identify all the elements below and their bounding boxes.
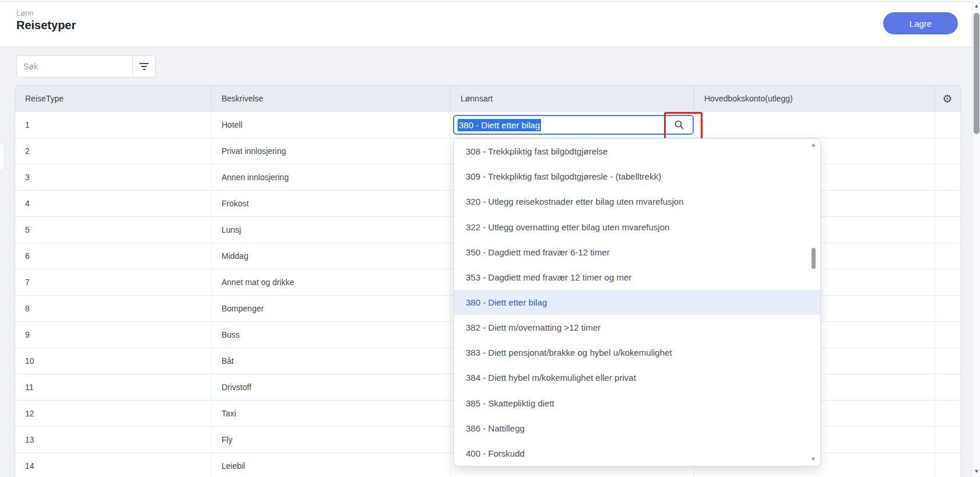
cell-reisetype: 2 xyxy=(15,138,212,164)
lonnsart-input[interactable]: 380 - Diett etter bilag xyxy=(454,116,665,134)
dropdown-item[interactable]: 380 - Diett etter bilag xyxy=(454,290,820,315)
save-button[interactable]: Lagre xyxy=(883,12,958,34)
cell-actions xyxy=(935,112,960,138)
dropdown-item[interactable]: 386 - Nattillegg xyxy=(454,416,820,441)
lonnsart-search-button[interactable] xyxy=(665,116,693,134)
filter-icon xyxy=(139,63,149,70)
cell-beskrivelse: Hotell xyxy=(212,112,451,138)
dropdown-item[interactable]: 309 - Trekkpliktig fast bilgodtgjøresle … xyxy=(454,164,820,189)
cell-reisetype: 13 xyxy=(15,427,212,453)
dropdown-scroll-down-icon[interactable]: ▼ xyxy=(809,456,817,462)
lonnsart-dropdown: 308 - Trekkpliktig fast bilgodtgjørelse3… xyxy=(454,138,821,467)
dropdown-scroll-up-icon[interactable]: ▲ xyxy=(809,142,817,148)
dropdown-item[interactable]: 308 - Trekkpliktig fast bilgodtgjørelse xyxy=(454,139,820,164)
page-scrollbar-thumb[interactable] xyxy=(974,13,979,134)
dropdown-item[interactable]: 384 - Diett hybel m/kokemulighet eller p… xyxy=(454,365,820,390)
table-header-cell: ReiseType xyxy=(15,86,212,111)
page-scrollbar: ▲ ▼ xyxy=(972,0,980,477)
search-input[interactable]: Søk xyxy=(17,56,132,77)
cell-actions xyxy=(935,164,960,190)
dropdown-item[interactable]: 320 - Utlegg reisekostnader etter bilag … xyxy=(454,189,820,214)
cell-beskrivelse: Frokost xyxy=(212,191,451,216)
cell-reisetype: 7 xyxy=(15,269,212,295)
cell-actions xyxy=(935,191,960,216)
cell-actions xyxy=(935,401,960,426)
dropdown-item[interactable]: 350 - Dagdiett med fravær 6-12 timer xyxy=(454,240,820,265)
page: Lønn Reisetyper Lagre Søk ReiseTypeBeskr… xyxy=(0,0,980,477)
left-edge-tab[interactable] xyxy=(0,143,5,170)
cell-reisetype: 14 xyxy=(15,453,212,477)
lonnsart-input-selected-text: 380 - Diett etter bilag xyxy=(458,119,541,131)
cell-beskrivelse: Fly xyxy=(212,427,451,453)
cell-actions xyxy=(935,427,960,453)
cell-beskrivelse: Leiebil xyxy=(212,453,451,477)
gear-icon: ⚙ xyxy=(942,93,952,104)
filter-button[interactable] xyxy=(132,56,155,77)
cell-beskrivelse: Privat innlosjering xyxy=(212,138,451,164)
cell-reisetype: 4 xyxy=(15,191,212,216)
cell-reisetype: 5 xyxy=(15,217,212,243)
dropdown-item[interactable]: 382 - Diett m/overnatting >12 timer xyxy=(454,315,820,340)
cell-actions xyxy=(935,243,960,269)
cell-beskrivelse: Taxi xyxy=(212,401,451,426)
cell-hovedbokskonto[interactable] xyxy=(694,112,935,138)
dropdown-item[interactable]: 322 - Utlegg overnatting etter bilag ute… xyxy=(454,214,820,239)
table-header-cell: Hovedbokskonto(utlegg) xyxy=(694,86,935,111)
cell-actions xyxy=(935,296,960,321)
dropdown-scrollbar: ▲ ▼ xyxy=(809,141,817,463)
search-icon xyxy=(674,120,684,130)
lonnsart-combo: 380 - Diett etter bilag xyxy=(453,115,694,135)
cell-reisetype: 10 xyxy=(15,348,212,374)
cell-beskrivelse: Båt xyxy=(212,348,451,374)
table-header-cell: Lønnsart xyxy=(451,86,694,111)
search-box: Søk xyxy=(16,55,156,78)
cell-reisetype: 1 xyxy=(15,112,212,138)
cell-actions xyxy=(935,269,960,295)
dropdown-item[interactable]: 400 - Forskudd xyxy=(454,441,820,466)
cell-actions xyxy=(935,374,960,400)
cell-actions xyxy=(935,138,960,164)
cell-reisetype: 6 xyxy=(15,243,212,269)
cell-beskrivelse: Lunsj xyxy=(212,217,451,243)
table-header-row: ReiseTypeBeskrivelseLønnsartHovedbokskon… xyxy=(15,86,961,111)
top-hairline xyxy=(0,1,972,2)
cell-actions xyxy=(935,348,960,374)
cell-actions xyxy=(935,322,960,348)
cell-reisetype: 11 xyxy=(15,374,212,400)
page-title: Reisetyper xyxy=(16,19,76,32)
page-scroll-up-icon[interactable]: ▲ xyxy=(972,3,980,9)
top-bar: Lønn Reisetyper Lagre xyxy=(0,0,980,47)
cell-beskrivelse: Annet mat og drikke xyxy=(212,269,451,295)
page-scroll-down-icon[interactable]: ▼ xyxy=(972,468,980,474)
dropdown-item[interactable]: 385 - Skattepliktig diett xyxy=(454,391,820,416)
cell-actions xyxy=(935,453,960,477)
cell-beskrivelse: Middag xyxy=(212,243,451,269)
cell-beskrivelse: Buss xyxy=(212,322,451,348)
dropdown-scrollbar-thumb[interactable] xyxy=(812,248,816,269)
dropdown-item[interactable]: 383 - Diett pensjonat/brakke og hybel u/… xyxy=(454,340,820,365)
table-header-cell: Beskrivelse xyxy=(212,86,451,111)
dropdown-item[interactable]: 353 - Dagdiett med fravær 12 timer og me… xyxy=(454,265,820,290)
breadcrumb[interactable]: Lønn xyxy=(16,9,34,17)
cell-beskrivelse: Drivstoff xyxy=(212,374,451,400)
cell-actions xyxy=(935,217,960,243)
cell-reisetype: 8 xyxy=(15,296,212,321)
cell-beskrivelse: Bompenger xyxy=(212,296,451,321)
column-settings-button[interactable]: ⚙ xyxy=(935,86,960,111)
cell-reisetype: 3 xyxy=(15,164,212,190)
cell-reisetype: 12 xyxy=(15,401,212,426)
cell-reisetype: 9 xyxy=(15,322,212,348)
cell-beskrivelse: Annen innlosjering xyxy=(212,164,451,190)
